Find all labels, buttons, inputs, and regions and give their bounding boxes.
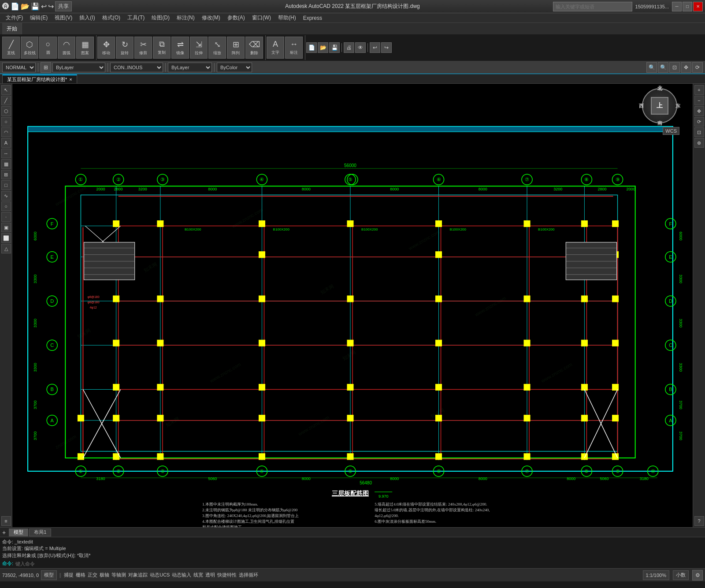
compass[interactable]: 上 北 南 东 西 xyxy=(640,86,679,126)
menu-edit[interactable]: 编辑(E) xyxy=(26,14,51,22)
tab-start[interactable]: 开始 xyxy=(2,23,22,34)
menu-param[interactable]: 参数(A) xyxy=(224,14,249,22)
tb-save[interactable]: 💾 xyxy=(329,42,340,53)
lt-ellipse[interactable]: ○ xyxy=(1,201,11,211)
minimize-button[interactable]: ─ xyxy=(672,2,682,11)
lt-select[interactable]: ↖ xyxy=(1,85,11,95)
open-icon[interactable]: 📂 xyxy=(21,2,30,11)
maximize-button[interactable]: □ xyxy=(683,2,692,11)
ribbon-circle[interactable]: ○圆 xyxy=(39,37,57,59)
rt-extents[interactable]: ⊡ xyxy=(694,127,704,137)
tb-redo[interactable]: ↪ xyxy=(381,42,392,53)
status-otrack[interactable]: 对象追踪 xyxy=(128,572,148,578)
color-select[interactable]: ByColor xyxy=(217,63,252,72)
ribbon-scale[interactable]: ⤡缩放 xyxy=(208,37,226,59)
status-qprop[interactable]: 快捷特性 xyxy=(217,572,237,578)
tb-new[interactable]: 📄 xyxy=(306,42,317,53)
lt-point[interactable]: · xyxy=(1,212,11,222)
cmd-input[interactable] xyxy=(15,561,703,566)
menu-view[interactable]: 视图(V) xyxy=(51,14,76,22)
status-grid[interactable]: 栅格 xyxy=(76,572,85,578)
menu-modify[interactable]: 修改(M) xyxy=(198,14,224,22)
orbit[interactable]: ⟳ xyxy=(692,62,703,73)
lt-hatch[interactable]: ▦ xyxy=(1,159,11,169)
ribbon-trim[interactable]: ✂修剪 xyxy=(134,37,152,59)
tb-preview[interactable]: 👁 xyxy=(355,42,366,53)
app-icon[interactable]: 🅐 xyxy=(2,3,9,11)
layout-tab-1[interactable]: 布局1 xyxy=(29,528,51,536)
status-polar[interactable]: 极轴 xyxy=(100,572,109,578)
save-icon[interactable]: 💾 xyxy=(31,2,40,11)
status-lweight[interactable]: 线宽 xyxy=(193,572,203,578)
rt-navsphere[interactable]: ⊕ xyxy=(694,138,704,148)
ribbon-text[interactable]: A文字 xyxy=(267,37,284,59)
lt-polyline[interactable]: ⬡ xyxy=(1,106,11,116)
status-snap[interactable]: 捕捉 xyxy=(64,572,74,578)
status-trans[interactable]: 透明 xyxy=(205,572,215,578)
close-button[interactable]: ✕ xyxy=(693,2,703,11)
linetype-select[interactable]: CON..INOUS xyxy=(110,63,163,72)
pan[interactable]: ✥ xyxy=(681,62,691,73)
lt-gradient[interactable]: ▣ xyxy=(1,223,11,232)
ribbon-arc[interactable]: ◠圆弧 xyxy=(58,37,75,59)
doc-tab-close[interactable]: × xyxy=(69,77,72,82)
layout-add[interactable]: + xyxy=(2,529,6,536)
search-input[interactable] xyxy=(553,2,632,11)
status-model-btn[interactable]: 模型 xyxy=(41,570,57,580)
status-dynamic[interactable]: 动态UCS xyxy=(150,572,170,578)
menu-express[interactable]: Express xyxy=(300,15,326,21)
status-ortho[interactable]: 正交 xyxy=(88,572,97,578)
ribbon-copy[interactable]: ⧉复制 xyxy=(153,37,171,59)
tb-undo[interactable]: ↩ xyxy=(370,42,380,53)
lt-revision[interactable]: △ xyxy=(1,244,11,253)
lt-spline[interactable]: ∿ xyxy=(1,191,11,201)
menu-help[interactable]: 帮助(H) xyxy=(275,14,300,22)
ribbon-rotate[interactable]: ↻旋转 xyxy=(116,37,134,59)
ribbon-mirror[interactable]: ⇌镜像 xyxy=(171,37,189,59)
t2-layer-btn[interactable]: ⊞ xyxy=(41,62,51,73)
zoom-in[interactable]: 🔍 xyxy=(646,62,657,73)
menu-insert[interactable]: 插入(I) xyxy=(76,14,98,22)
rt-orbit[interactable]: ⟳ xyxy=(694,117,704,127)
lineweight-select[interactable]: ByLayer xyxy=(168,63,212,72)
layer-select[interactable]: ByLayer xyxy=(52,63,105,72)
wcs-button[interactable]: WCS xyxy=(663,127,679,135)
new-icon[interactable]: 📄 xyxy=(11,2,19,11)
zoom-extents[interactable]: ⊡ xyxy=(669,62,680,73)
redo-icon[interactable]: ↪ xyxy=(48,2,54,11)
lt-arc[interactable]: ◠ xyxy=(1,127,11,137)
status-unit[interactable]: 小数 xyxy=(673,570,689,580)
menu-draw[interactable]: 绘图(D) xyxy=(148,14,173,22)
menu-file[interactable]: 文件(F) xyxy=(2,14,26,22)
status-zoom[interactable]: 1:1/100% xyxy=(643,570,669,580)
zoom-out[interactable]: 🔍 xyxy=(658,62,668,73)
menu-dimension[interactable]: 标注(N) xyxy=(173,14,198,22)
ribbon-hatch[interactable]: ▦图案 xyxy=(76,37,94,59)
status-settings[interactable]: ⚙ xyxy=(692,570,703,581)
undo-icon[interactable]: ↩ xyxy=(41,2,47,11)
lt-dim[interactable]: ↔ xyxy=(1,149,11,158)
lt-region[interactable]: □ xyxy=(1,180,11,190)
ribbon-dim[interactable]: ↔标注 xyxy=(285,37,303,59)
doc-tab-main[interactable]: 某五层框架厂房结构设计图* × xyxy=(2,74,77,83)
tb-open[interactable]: 📂 xyxy=(318,42,328,53)
rt-pan[interactable]: ✥ xyxy=(694,106,704,116)
lt-block[interactable]: ⊞ xyxy=(1,170,11,179)
ribbon-array[interactable]: ⊞阵列 xyxy=(227,37,245,59)
lt-text[interactable]: A xyxy=(1,138,11,148)
status-isnap[interactable]: 等轴测 xyxy=(111,572,126,578)
status-dynin[interactable]: 动态输入 xyxy=(172,572,191,578)
lt-line[interactable]: ╱ xyxy=(1,96,11,105)
ribbon-move[interactable]: ✥移动 xyxy=(97,37,115,59)
lt-properties[interactable]: ≡ xyxy=(1,516,11,526)
menu-tools[interactable]: 工具(T) xyxy=(124,14,148,22)
status-sel[interactable]: 选择循环 xyxy=(239,572,258,578)
ribbon-line[interactable]: ╱直线 xyxy=(2,37,20,59)
menu-window[interactable]: 窗口(W) xyxy=(249,14,275,22)
cad-viewport[interactable]: www.znznc.com 知末网 www.znznc.com 知末网 www.… xyxy=(12,84,693,527)
view-mode-select[interactable]: NORMAL xyxy=(2,63,36,72)
ribbon-polyline[interactable]: ⬡多段线 xyxy=(21,37,38,59)
ribbon-stretch[interactable]: ⇲拉伸 xyxy=(190,37,208,59)
lt-wipeout[interactable]: ⬜ xyxy=(1,233,11,243)
share-label[interactable]: 共享 xyxy=(55,1,72,11)
